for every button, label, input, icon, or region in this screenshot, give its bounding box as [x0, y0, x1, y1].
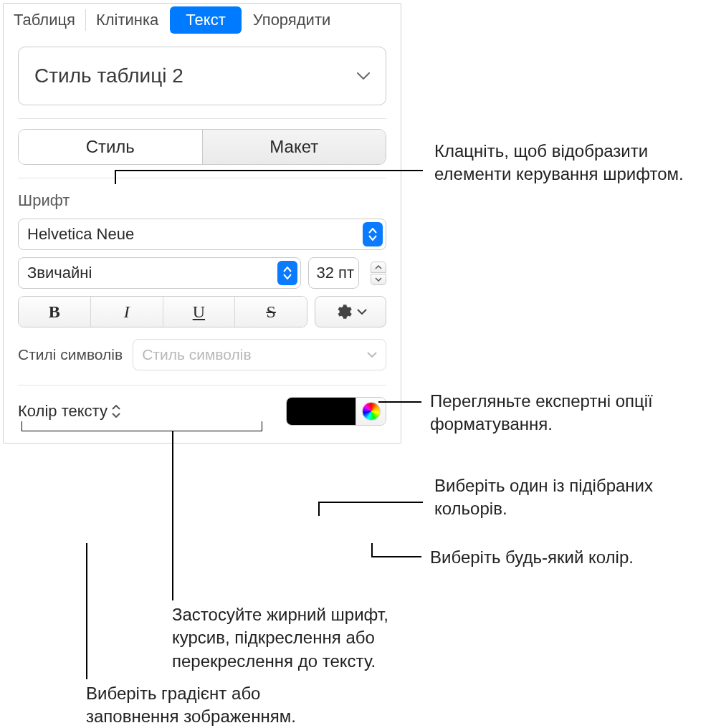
callout-bius: Застосуйте жирний шрифт, курсив, підкрес…: [172, 603, 430, 673]
format-panel: Таблиця Клітинка Текст Упорядити Стиль т…: [3, 3, 401, 444]
font-weight-value: Звичайні: [27, 264, 92, 282]
segment-style[interactable]: Стиль: [19, 130, 202, 164]
text-style-group: B I U S: [18, 296, 307, 327]
paragraph-style-value: Стиль таблиці 2: [34, 64, 183, 87]
leader-line: [115, 170, 423, 171]
character-style-select[interactable]: Стиль символів: [133, 339, 386, 370]
tab-arrange[interactable]: Упорядити: [243, 4, 341, 37]
leader-line: [172, 431, 173, 600]
chevron-down-icon: [357, 309, 367, 315]
color-swatch[interactable]: [287, 398, 356, 425]
panel-tabs: Таблиця Клітинка Текст Упорядити: [4, 4, 401, 37]
divider: [18, 118, 386, 119]
callout-text-color: Виберіть градієнт або заповнення зображе…: [86, 682, 344, 728]
stepper-up[interactable]: [371, 262, 386, 273]
underline-button[interactable]: U: [163, 297, 235, 327]
font-family-select[interactable]: Helvetica Neue: [18, 219, 386, 250]
tab-text[interactable]: Текст: [170, 6, 241, 34]
strikethrough-button[interactable]: S: [235, 297, 307, 327]
leader-line: [318, 502, 320, 516]
bold-button[interactable]: B: [19, 297, 90, 327]
font-size-stepper: [371, 262, 386, 285]
segment-layout[interactable]: Макет: [203, 130, 386, 164]
callout-gear: Перегляньте експертні опції форматування…: [430, 390, 702, 436]
italic-button[interactable]: I: [91, 297, 163, 327]
updown-caps-icon: [363, 222, 383, 246]
panel-body: Стиль таблиці 2 Стиль Макет Шрифт Helvet…: [4, 37, 401, 443]
leader-line: [371, 556, 421, 557]
character-styles-label: Стилі символів: [18, 346, 123, 363]
paragraph-style-dropdown[interactable]: Стиль таблиці 2: [18, 47, 386, 105]
callout-style-tab: Клацніть, щоб відобразити елементи керув…: [434, 140, 700, 186]
gear-icon: [334, 302, 353, 321]
leader-line: [371, 543, 373, 556]
text-color-label: Колір тексту: [18, 402, 108, 421]
font-weight-select[interactable]: Звичайні: [18, 257, 301, 289]
character-style-placeholder: Стиль символів: [142, 346, 251, 363]
stepper-down[interactable]: [371, 274, 386, 285]
leader-line: [318, 502, 423, 503]
chevron-down-icon: [357, 72, 370, 80]
tab-table[interactable]: Таблиця: [4, 4, 85, 37]
font-size-value: 32 пт: [316, 264, 354, 282]
divider: [18, 385, 386, 385]
updown-icon: [112, 405, 120, 418]
advanced-options-button[interactable]: [315, 296, 386, 327]
bracket: [22, 421, 262, 431]
style-layout-segmented: Стиль Макет: [18, 129, 386, 165]
leader-line: [378, 401, 421, 403]
tab-cell[interactable]: Клітинка: [86, 4, 168, 37]
updown-caps-icon: [277, 261, 297, 285]
font-size-field[interactable]: 32 пт: [308, 257, 359, 289]
leader-line: [115, 170, 116, 184]
leader-line: [86, 543, 87, 679]
font-family-value: Helvetica Neue: [27, 225, 134, 244]
color-wheel-icon: [362, 402, 381, 421]
divider: [18, 178, 386, 178]
callout-swatch: Виберіть один із підібраних кольорів.: [434, 474, 692, 521]
font-section-label: Шрифт: [18, 191, 386, 210]
color-controls: [286, 397, 386, 426]
chevron-down-icon: [367, 352, 377, 358]
text-color-dropdown[interactable]: Колір тексту: [18, 402, 120, 421]
callout-wheel: Виберіть будь-який колір.: [430, 546, 702, 569]
